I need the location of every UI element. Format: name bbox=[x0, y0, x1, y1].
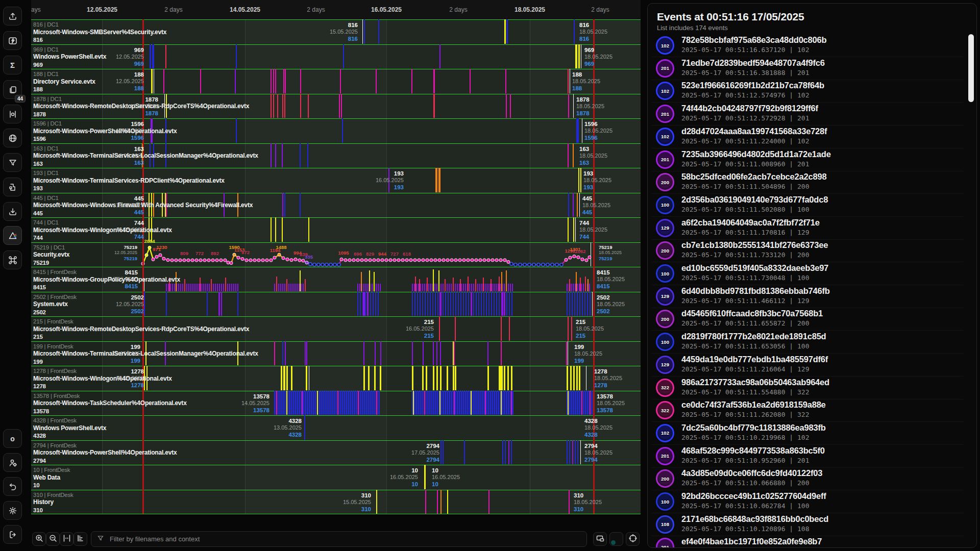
event-bar bbox=[483, 278, 484, 291]
track-row[interactable]: 74412.05.202574474418.05.2025744744 | DC… bbox=[31, 217, 641, 242]
sidebar-button-globe-icon[interactable] bbox=[3, 129, 22, 147]
timeline-tracks[interactable]: 81615.05.202581681618.05.2025816816 | DC… bbox=[31, 19, 641, 514]
annotation-count: 13578 bbox=[241, 393, 270, 400]
toolbar-button-target-icon[interactable] bbox=[626, 532, 640, 546]
sidebar-button-gear-icon[interactable] bbox=[3, 501, 22, 520]
event-list-item[interactable]: 20058bc25dfced06fe2acb7cebce2a2c8982025-… bbox=[652, 171, 963, 194]
events-scrollbar-thumb[interactable] bbox=[968, 34, 974, 102]
track-row[interactable]: 159612.05.20251596159618.05.202515961596… bbox=[31, 118, 641, 143]
track-row[interactable]: 841512.05.20258415841518.05.202584158415… bbox=[31, 267, 641, 292]
event-list-item[interactable]: 200d45465f610ffcaadc8fb3bc70a7568b12025-… bbox=[652, 308, 963, 331]
event-list-item[interactable]: 20171edbe7d2839bedf594e48707a4f9fc62025-… bbox=[652, 57, 963, 80]
track-label: 744 | DC1Microsoft-Windows-Winlogon%4Ope… bbox=[33, 219, 172, 242]
annotation-count: 13578 bbox=[597, 393, 625, 400]
sidebar-button-logout-icon[interactable] bbox=[3, 525, 22, 544]
annotation-count-blue: 1278 bbox=[594, 382, 622, 389]
track-row[interactable]: 16312.05.202516316318.05.2025163163 | DC… bbox=[31, 143, 641, 168]
sidebar-button-upload-icon[interactable] bbox=[3, 7, 22, 26]
event-list-item[interactable]: 200cb7e1cb1380b25551341bf276e6373ee2025-… bbox=[652, 239, 963, 262]
track-row[interactable]: 250212.05.20252502250218.05.202525022502… bbox=[31, 292, 641, 317]
track-row[interactable]: 1357814.05.2025135781357818.05.202513578… bbox=[31, 391, 641, 416]
toolbar-button-zoom-in-icon[interactable] bbox=[32, 532, 46, 546]
event-list-item[interactable]: 100ed10bc6559d519f405a8332daeeb3e972025-… bbox=[652, 262, 963, 285]
track-id: 310 | FrontDesk bbox=[33, 491, 74, 499]
sidebar-button-sigma-icon[interactable]: Σ bbox=[3, 56, 22, 74]
toolbar-button-histogram-icon[interactable] bbox=[74, 532, 87, 546]
sidebar-button-flash-icon[interactable] bbox=[3, 31, 22, 50]
sidebar-button-command-icon[interactable] bbox=[3, 251, 22, 269]
track-row[interactable]: 187812.05.20251878187818.05.202518781878… bbox=[31, 94, 641, 119]
filter-input-box[interactable] bbox=[91, 531, 587, 547]
event-list-item[interactable]: 1294459da19e0db777ebdb1ba485597df6f2025-… bbox=[652, 354, 963, 377]
event-bar bbox=[418, 391, 420, 415]
event-list-item[interactable]: 102523e1f966616269f1b2d21b7ca78f64b2025-… bbox=[652, 80, 963, 103]
time-cursor[interactable] bbox=[593, 19, 595, 514]
filter-input[interactable] bbox=[109, 535, 581, 543]
toolbar-button-zoom-out-icon[interactable] bbox=[46, 532, 60, 546]
sidebar-button-copy-icon[interactable]: 44 bbox=[3, 80, 22, 99]
track-filename: Microsoft-Windows-Winlogon%4Operational.… bbox=[33, 375, 172, 383]
sidebar-button-user-settings-icon[interactable] bbox=[3, 453, 22, 472]
event-timestamp: 2025-05-17 00:51:10.120896 | 108 bbox=[681, 525, 809, 533]
event-list-item[interactable]: 100d2819f780f1777b2e8021ede1891c85d2025-… bbox=[652, 331, 963, 354]
toolbar-button-pip-icon[interactable] bbox=[593, 532, 607, 546]
event-list-item[interactable]: 322986a21737733ac98a06b50463ab964ed2025-… bbox=[652, 377, 963, 399]
event-list-item[interactable]: 2017235ab3966496d4802d5d1d1a72e1ade2025-… bbox=[652, 148, 963, 171]
track-row[interactable]: 2084971123080977289215901153972119414889… bbox=[31, 242, 641, 267]
track-row[interactable]: 44512.05.202544544518.05.2025445445 | DC… bbox=[31, 193, 641, 218]
track-row[interactable]: 432813.05.20254328432818.05.202543284328… bbox=[31, 415, 641, 440]
event-list-item[interactable]: 2004a3d85e09d0ce06ffc6dc9fd40122f032025-… bbox=[652, 467, 963, 490]
event-list-item[interactable]: 1296d40dbb8bd9781fbd81386ebbab746fb2025-… bbox=[652, 285, 963, 308]
sidebar-button-prism-icon[interactable] bbox=[3, 226, 22, 245]
event-bar bbox=[275, 217, 276, 242]
toolbar-button-fit-width-icon[interactable] bbox=[60, 532, 74, 546]
track-annotation: 159618.05.20251596 bbox=[584, 120, 612, 141]
annotation-count-blue: 969 bbox=[584, 60, 612, 67]
sidebar-button-download-icon[interactable] bbox=[3, 202, 22, 221]
track-row[interactable]: 96912.05.202596996918.05.2025969969 | DC… bbox=[31, 44, 641, 69]
sidebar-button-letter-o-icon[interactable]: o bbox=[3, 429, 22, 448]
event-list-item[interactable]: 1002d356ba03619049140e793d677fa0dc82025-… bbox=[652, 194, 963, 217]
sidebar-button-undo-icon[interactable] bbox=[3, 477, 22, 496]
toolbar-button-toggle-on-icon[interactable] bbox=[609, 532, 623, 546]
annotation-count-blue: 75219 bbox=[599, 256, 622, 262]
sidebar-button-distribute-icon[interactable] bbox=[3, 105, 22, 123]
event-bar bbox=[304, 415, 305, 440]
event-list-item[interactable]: 201ef4e0f4bae1bc1971f0e852a0fe9e8b7 bbox=[652, 536, 963, 548]
event-bar bbox=[223, 284, 224, 291]
header-date-label: 12.05.2025 bbox=[87, 6, 117, 13]
event-list-item[interactable]: 322ce0dc74f37af536b1ea2d6918159a88e2025-… bbox=[652, 399, 963, 422]
track-row[interactable]: 19316.05.202519319318.05.2025193193 | DC… bbox=[31, 168, 641, 193]
event-list-item[interactable]: 1027dc25a60bc4bf779c11813886ea983fb2025-… bbox=[652, 422, 963, 445]
event-bar bbox=[344, 391, 345, 415]
annotation-count: 1878 bbox=[576, 96, 604, 103]
track-row[interactable]: 18812.05.202518818818.05.2025188188 | DC… bbox=[31, 69, 641, 94]
event-hash: 7235ab3966496d4802d5d1d1a72e1ade bbox=[681, 149, 831, 159]
track-row[interactable]: 1016.05.2025101016.05.20251010 | FrontDe… bbox=[31, 465, 641, 490]
event-bar bbox=[424, 391, 425, 415]
track-row[interactable]: 279417.05.20252794279418.05.202527942794… bbox=[31, 440, 641, 465]
event-list-item[interactable]: 1082171e68bc66848ac93f8816bb0c0becd2025-… bbox=[652, 513, 963, 536]
event-list-item[interactable]: 10092bd26bcccec49b11c025277604d9eff2025-… bbox=[652, 490, 963, 513]
sidebar-button-filter-icon[interactable] bbox=[3, 153, 22, 172]
event-list-item[interactable]: 102782e58bcbfaf975a68e3ca48dd0c806b2025-… bbox=[652, 34, 963, 57]
sidebar: Σ44o bbox=[0, 0, 25, 551]
track-row[interactable]: 21516.05.202521521518.05.2025215215 | Fr… bbox=[31, 316, 641, 341]
track-filename: Microsoft-Windows-PowerShell%4Operationa… bbox=[33, 128, 177, 135]
track-row[interactable]: 19912.05.202519919918.05.2025199199 | Fr… bbox=[31, 341, 641, 366]
event-bar bbox=[297, 391, 298, 415]
timeline-area[interactable]: ays12.05.20252 days14.05.20252 days16.05… bbox=[31, 0, 641, 514]
track-row[interactable]: 31015.05.202531031018.05.2025310310 | Fr… bbox=[31, 490, 641, 515]
track-row[interactable]: 127812.05.20251278127818.05.202512781278… bbox=[31, 366, 641, 391]
event-bar bbox=[311, 391, 312, 415]
event-bar bbox=[579, 292, 580, 316]
time-cursor[interactable] bbox=[142, 19, 144, 514]
track-row[interactable]: 81615.05.202581681618.05.2025816816 | DC… bbox=[31, 19, 641, 44]
event-bar bbox=[568, 391, 569, 415]
sidebar-button-flow-icon[interactable] bbox=[3, 178, 22, 196]
event-list-item[interactable]: 201468af528c999c8449773538a863bc5f02025-… bbox=[652, 445, 963, 468]
event-list-item[interactable]: 20174f44b2cb04248797f792b9f8129ff6f2025-… bbox=[652, 103, 963, 126]
event-list-item[interactable]: 129a6f2cba194064049ac0a7f2fbf72f71e2025-… bbox=[652, 217, 963, 240]
event-list-item[interactable]: 102d28d47024aaa8aa199741568a33e728f2025-… bbox=[652, 126, 963, 148]
event-bar bbox=[440, 391, 442, 415]
